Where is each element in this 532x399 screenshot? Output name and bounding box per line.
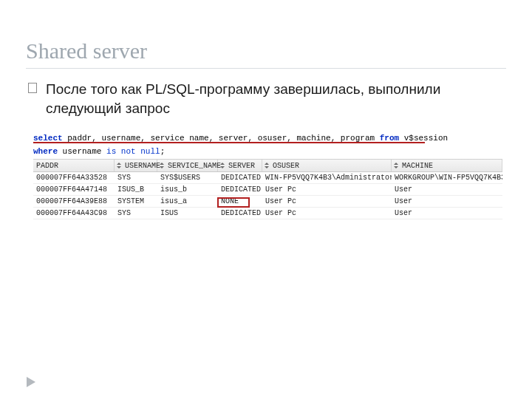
title-rule — [26, 68, 506, 69]
col-header-username[interactable]: USERNAME — [115, 160, 157, 171]
cell-username: ISUS_B — [115, 184, 157, 195]
sort-icon — [116, 162, 122, 169]
sort-icon — [219, 162, 225, 169]
cell-server: DEDICATED — [218, 208, 262, 219]
table-header-row: PADDR USERNAME SERVICE_NAME SERVER OSUSE… — [33, 159, 502, 172]
col-header-machine[interactable]: MACHINE — [392, 160, 502, 171]
bullet-icon — [28, 83, 37, 93]
cell-paddr: 000007FF64A39E88 — [33, 196, 115, 207]
cell-paddr: 000007FF64A47148 — [33, 184, 115, 195]
slide-title: Shared server — [26, 38, 147, 64]
cell-machine: User — [392, 196, 502, 207]
table-row: 000007FF64A39E88 SYSTEM isus_a NONE User… — [33, 196, 502, 208]
cell-server: DEDICATED — [218, 184, 262, 195]
cell-server: NONE — [218, 196, 262, 207]
cell-osuser: User Pc — [262, 196, 392, 207]
sql-where-kw: where — [33, 147, 58, 156]
sql-is-not-null: is not null — [106, 147, 160, 156]
sql-query: select paddr, username, service name, se… — [33, 132, 448, 158]
col-header-osuser[interactable]: OSUSER — [262, 160, 392, 171]
cell-username: SYS — [115, 208, 157, 219]
results-table: PADDR USERNAME SERVICE_NAME SERVER OSUSE… — [33, 159, 502, 219]
table-row: 000007FF64A47148 ISUS_B isus_b DEDICATED… — [33, 184, 502, 196]
cell-username: SYS — [115, 172, 157, 183]
sort-icon — [393, 162, 399, 169]
cell-service: SYS$USERS — [157, 172, 218, 183]
cell-machine: User — [392, 184, 502, 195]
highlight-underline — [33, 142, 425, 143]
table-row: 000007FF64A33528 SYS SYS$USERS DEDICATED… — [33, 172, 502, 184]
cell-service: isus_b — [157, 184, 218, 195]
sort-icon — [159, 162, 165, 169]
cell-osuser: User Pc — [262, 208, 392, 219]
sort-icon — [264, 162, 270, 169]
cell-machine: WORKGROUP\WIN-FP5VQQ7K4B3 — [392, 172, 502, 183]
col-header-paddr[interactable]: PADDR — [33, 160, 115, 171]
col-header-service-name[interactable]: SERVICE_NAME — [157, 160, 218, 171]
next-slide-arrow-icon[interactable] — [27, 377, 35, 387]
cell-username: SYSTEM — [115, 196, 157, 207]
cell-machine: User — [392, 208, 502, 219]
cell-osuser: WIN-FP5VQQ7K4B3\Administrator — [262, 172, 392, 183]
slide-body-text: После того как PL/SQL-программу завершил… — [46, 80, 497, 117]
table-row: 000007FF64A43C98 SYS ISUS DEDICATED User… — [33, 208, 502, 219]
cell-server: DEDICATED — [218, 172, 262, 183]
cell-service: ISUS — [157, 208, 218, 219]
col-header-server[interactable]: SERVER — [218, 160, 262, 171]
cell-osuser: User Pc — [262, 184, 392, 195]
cell-service: isus_a — [157, 196, 218, 207]
cell-paddr: 000007FF64A33528 — [33, 172, 115, 183]
cell-paddr: 000007FF64A43C98 — [33, 208, 115, 219]
sql-cond-left: username — [58, 147, 106, 156]
sql-semicolon: ; — [160, 147, 166, 156]
